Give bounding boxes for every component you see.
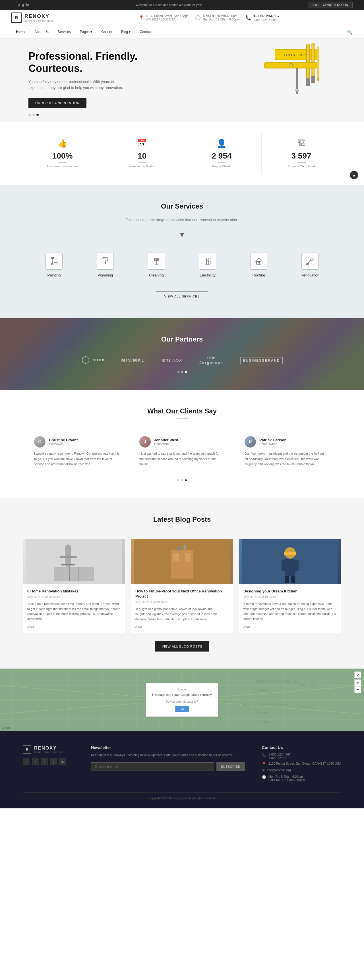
hero-dot-3[interactable] — [37, 114, 39, 116]
footer-location-icon: 📍 — [262, 762, 266, 766]
partner-minimal[interactable]: MINIMAL — [121, 358, 144, 363]
free-consultation-button[interactable]: FREE CONSULTATION — [308, 2, 353, 8]
service-plumbing[interactable]: Plumbing — [80, 247, 131, 283]
scroll-top-button[interactable]: ▲ — [350, 171, 358, 179]
google-icon[interactable]: g — [22, 3, 24, 7]
services-subtitle: Take a look at the range of services tha… — [11, 218, 353, 222]
service-roofing[interactable]: Roofing — [233, 247, 284, 283]
hero-dot-2[interactable] — [32, 114, 35, 116]
twitter-icon[interactable]: t — [14, 3, 15, 7]
phone-1[interactable]: 1-800-1234-567 — [253, 14, 280, 18]
testimonial-role-2: Housewife — [154, 442, 178, 445]
stat-label-satisfaction: Customer Satisfaction — [29, 164, 96, 168]
blog-post-title-3[interactable]: Designing your Dream Kitchen — [243, 589, 337, 594]
partners-dot-1[interactable] — [177, 371, 179, 373]
map-ok-button[interactable]: OK — [175, 706, 189, 712]
blog-post-excerpt-3: Kitchen renovations have a reputation fo… — [243, 601, 337, 621]
linkedin-icon[interactable]: in — [26, 3, 29, 7]
painting-label: Painting — [31, 273, 77, 277]
footer-logo[interactable]: R RENOXY home repair services — [23, 745, 74, 754]
footer-google-icon[interactable]: g — [50, 758, 57, 765]
main-nav: Home About us Services Pages ▾ Gallery B… — [0, 26, 364, 39]
footer-pinterest-icon[interactable]: p — [41, 758, 48, 765]
order-consultation-button[interactable]: ORDER A CONSULTATION — [29, 98, 86, 108]
address-item: 📍 5130 Fulton Street, San Diego, CA 9411… — [139, 14, 189, 22]
nav-services[interactable]: Services — [53, 26, 75, 38]
service-renovation[interactable]: Renovation — [284, 247, 335, 283]
testimonial-text-2: I just wanted to say thank you and the t… — [139, 451, 225, 467]
facebook-icon[interactable]: f — [11, 3, 12, 7]
view-all-services-button[interactable]: VIEW ALL SERVICES — [156, 291, 208, 301]
cleaning-icon — [148, 253, 165, 270]
testimonial-text-1: I would strongly recommend Renoxy. Our p… — [34, 451, 120, 467]
services-section: Our Services Take a look at the range of… — [0, 185, 364, 318]
plumbing-label: Plumbing — [83, 273, 128, 277]
testimonials-dot-2[interactable] — [181, 479, 183, 481]
nav-pages[interactable]: Pages ▾ — [75, 26, 97, 38]
footer-twitter-icon[interactable]: t — [32, 758, 39, 765]
nav-about[interactable]: About us — [30, 26, 53, 38]
footer-logo-sub: home repair services — [34, 751, 64, 754]
testimonials-divider — [176, 418, 188, 419]
search-icon[interactable]: 🔍 — [347, 30, 353, 35]
stat-divider — [58, 162, 67, 163]
newsletter-subscribe-button[interactable]: SUBSCRIBE — [216, 762, 245, 771]
social-links[interactable]: f t p g in — [11, 3, 29, 7]
blog-card-2[interactable]: How to Future-Proof Your Next Office Ren… — [131, 539, 233, 633]
map-zoom-in-icon[interactable]: + — [354, 679, 361, 686]
logo-name: RENOXY — [24, 13, 54, 19]
testimonial-card-2: J Jennifer West Housewife I just wanted … — [134, 431, 230, 473]
footer-phone-1[interactable]: 1-800-1234-567 — [268, 752, 291, 756]
svg-point-49 — [177, 546, 181, 551]
partner-tom[interactable]: TomJorgensen — [200, 356, 223, 365]
blog-post-title-1[interactable]: 6 Home Renovation Mistakes — [27, 589, 121, 594]
testimonial-card-3: P Patrick Carlson Shop Owner Our floor l… — [239, 431, 335, 473]
footer-phone-item: 📞 1-800-1234-567 1-800-2214-911 — [262, 752, 341, 759]
svg-rect-41 — [54, 567, 94, 581]
partner-businessbrand[interactable]: BUSINESSBRAND — [240, 357, 283, 364]
top-bar-cta[interactable]: FREE CONSULTATION — [308, 2, 353, 8]
map-zoom-out-icon[interactable]: − — [354, 686, 361, 693]
testimonials-dot-1[interactable] — [177, 479, 179, 481]
nav-gallery[interactable]: Gallery — [97, 26, 117, 38]
partner-millos[interactable]: MILLOS — [162, 358, 182, 363]
testimonials-section: What Our Clients Say C Christine Bryant … — [0, 390, 364, 498]
logo[interactable]: R RENOXY home repair services — [11, 13, 57, 23]
blog-card-3[interactable]: Designing your Dream Kitchen May 26, 202… — [239, 539, 341, 633]
service-electricity[interactable]: Electricity — [182, 247, 233, 283]
svg-point-35 — [82, 356, 89, 363]
partners-dot-2[interactable] — [181, 371, 183, 373]
partner-strong[interactable]: strong — [81, 356, 104, 365]
top-bar: f t p g in Welcome to our service center… — [0, 0, 364, 10]
testimonial-header-2: J Jennifer West Housewife — [139, 436, 225, 447]
footer-clock-icon: 🕐 — [262, 775, 266, 779]
newsletter-email-input[interactable] — [91, 762, 214, 771]
svg-text:strong: strong — [93, 358, 104, 362]
pinterest-icon[interactable]: p — [18, 3, 20, 7]
hours-item: 🕐 Mon-Fri: 9:00am-6:00pm Sat-Sun: 11:00a… — [195, 14, 240, 22]
footer-logo-name: RENOXY — [34, 746, 64, 751]
service-cleaning[interactable]: Cleaning — [131, 247, 182, 283]
footer-phone-2[interactable]: 1-800-2214-911 — [268, 756, 291, 759]
address-line1: 5130 Fulton Street, San Diego, — [147, 14, 189, 18]
hero-dot-1[interactable] — [29, 114, 31, 116]
view-all-blog-button[interactable]: VIEW ALL BLOG POSTS — [155, 641, 209, 652]
phone-2[interactable]: 1-800-321-4-684 — [253, 18, 280, 22]
nav-home[interactable]: Home — [11, 26, 30, 38]
map-fullscreen-icon[interactable]: ⤢ — [354, 671, 361, 678]
nav-blog[interactable]: Blog ▾ — [117, 26, 135, 38]
footer-contact: Contact Us 📞 1-800-1234-567 1-800-2214-9… — [262, 745, 341, 784]
nav-contacts[interactable]: Contacts — [135, 26, 158, 38]
blog-card-1[interactable]: 6 Home Renovation Mistakes May 26, 2020 … — [23, 539, 125, 633]
blog-post-title-2[interactable]: How to Future-Proof Your Next Office Ren… — [136, 589, 228, 599]
testimonials-dot-3[interactable] — [185, 479, 187, 481]
footer-top: R RENOXY home repair services f t p g in… — [23, 745, 341, 784]
cleaning-label: Cleaning — [134, 273, 179, 277]
footer-email[interactable]: info@renoxie.org — [267, 768, 291, 772]
footer-address: 2130 Fulton Street, San Diego, CA 94117-… — [268, 762, 341, 765]
service-painting[interactable]: Painting — [29, 247, 80, 283]
construction-icon: 🏗 — [267, 138, 335, 148]
footer-facebook-icon[interactable]: f — [23, 758, 30, 765]
footer-linkedin-icon[interactable]: in — [59, 758, 66, 765]
partners-dot-3[interactable] — [185, 371, 187, 373]
